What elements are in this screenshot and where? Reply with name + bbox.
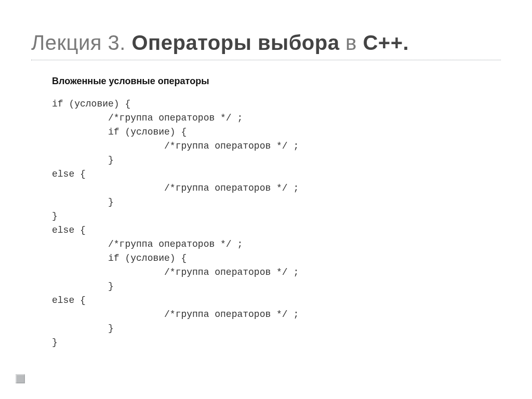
slide-body: Вложенные условные операторы if (условие… [31,76,501,350]
title-prefix: Лекция 3. [31,31,132,54]
slide: Лекция 3. Операторы выбора в С++. Вложен… [0,0,532,399]
code-block: if (условие) { /*группа операторов */ ; … [52,97,501,350]
title-emphasis-1: Операторы выбора [132,31,340,54]
title-container: Лекция 3. Операторы выбора в С++. [31,31,501,60]
title-emphasis-2: С++. [363,31,409,54]
slide-title: Лекция 3. Операторы выбора в С++. [31,31,501,55]
bullet-decor-icon [16,374,25,383]
title-mid: в [339,31,363,54]
sub-heading: Вложенные условные операторы [52,76,501,87]
